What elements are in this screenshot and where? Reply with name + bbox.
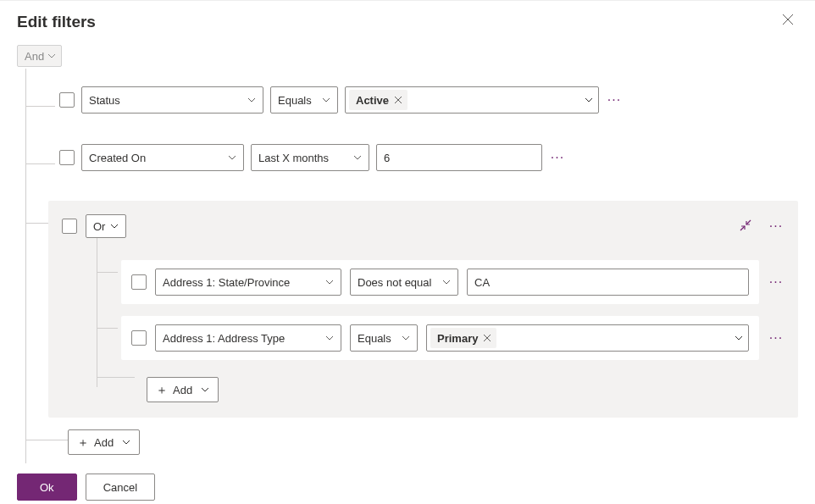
remove-tag-icon[interactable] — [483, 334, 491, 342]
group-condition-label: Or — [93, 220, 105, 233]
operator-dropdown[interactable]: Does not equal — [350, 269, 458, 296]
row-checkbox[interactable] — [131, 274, 147, 290]
page-title: Edit filters — [17, 13, 798, 31]
field-dropdown-status[interactable]: Status — [81, 86, 263, 114]
tree-line — [25, 223, 48, 224]
chevron-down-icon — [322, 96, 330, 104]
row-checkbox[interactable] — [131, 330, 147, 346]
ok-label: Ok — [40, 481, 54, 494]
tree-line — [97, 377, 135, 378]
svg-line-4 — [740, 226, 745, 230]
chevron-down-icon — [402, 334, 410, 342]
row-more-icon[interactable]: ··· — [549, 151, 566, 164]
row-more-icon[interactable]: ··· — [606, 93, 623, 107]
chevron-down-icon — [122, 438, 130, 446]
tree-line — [97, 272, 118, 273]
add-button-group[interactable]: ＋ Add — [147, 377, 219, 402]
chevron-down-icon — [201, 385, 209, 394]
chevron-down-icon — [325, 278, 334, 286]
row-more-icon[interactable]: ··· — [768, 331, 785, 345]
value-tagbox[interactable]: Active — [345, 86, 599, 114]
tree-line — [25, 440, 68, 440]
plus-icon: ＋ — [156, 384, 168, 396]
chevron-down-icon — [325, 334, 334, 342]
group-row: Address 1: State/Province Does not equal — [121, 260, 759, 304]
operator-label: Equals — [358, 332, 391, 345]
cancel-label: Cancel — [103, 481, 137, 494]
operator-label: Equals — [278, 94, 312, 107]
chevron-down-icon — [735, 334, 743, 342]
field-dropdown-address-type[interactable]: Address 1: Address Type — [155, 324, 341, 352]
field-label: Created On — [89, 152, 146, 164]
value-input[interactable]: CA — [467, 269, 749, 296]
group-checkbox[interactable] — [62, 219, 77, 234]
value-tag[interactable]: Active — [349, 90, 408, 110]
cancel-button[interactable]: Cancel — [86, 474, 155, 501]
chevron-down-icon — [442, 278, 451, 286]
operator-label: Does not equal — [358, 276, 431, 289]
operator-dropdown[interactable]: Equals — [350, 324, 418, 352]
field-label: Address 1: State/Province — [163, 276, 290, 289]
ok-button[interactable]: Ok — [17, 474, 77, 501]
group-condition-pill[interactable]: Or — [86, 214, 126, 238]
value-text: CA — [474, 276, 490, 289]
tree-line — [97, 328, 118, 329]
root-condition-label: And — [25, 50, 44, 63]
remove-tag-icon[interactable] — [394, 96, 402, 104]
svg-line-5 — [746, 220, 751, 224]
collapse-icon[interactable] — [739, 219, 752, 235]
root-condition-pill[interactable]: And — [17, 45, 62, 67]
operator-dropdown[interactable]: Last X months — [251, 144, 369, 171]
plus-icon: ＋ — [77, 436, 89, 448]
chevron-down-icon — [228, 153, 236, 162]
value-tag-label: Primary — [437, 332, 478, 345]
field-label: Status — [89, 94, 120, 107]
field-dropdown-created-on[interactable]: Created On — [81, 144, 244, 171]
or-group: Or ··· — [48, 201, 798, 418]
value-tag-label: Active — [356, 94, 389, 107]
value-text: 6 — [384, 152, 390, 164]
group-row: Address 1: Address Type Equals — [121, 316, 759, 360]
add-label: Add — [94, 436, 114, 449]
group-more-icon[interactable]: ··· — [768, 219, 785, 233]
add-button-root[interactable]: ＋ Add — [68, 429, 140, 455]
row-checkbox[interactable] — [59, 92, 75, 108]
tree-line — [97, 238, 97, 387]
value-tagbox[interactable]: Primary — [426, 324, 749, 352]
chevron-down-icon — [47, 52, 56, 60]
field-dropdown-address-state[interactable]: Address 1: State/Province — [155, 269, 341, 296]
tree-line — [25, 69, 26, 463]
operator-label: Last X months — [258, 152, 329, 164]
row-checkbox[interactable] — [59, 150, 75, 165]
row-more-icon[interactable]: ··· — [768, 275, 785, 289]
chevron-down-icon — [247, 96, 256, 104]
chevron-down-icon — [110, 222, 119, 230]
field-label: Address 1: Address Type — [163, 332, 285, 345]
chevron-down-icon — [585, 96, 593, 104]
value-input[interactable]: 6 — [376, 144, 542, 171]
chevron-down-icon — [353, 153, 362, 162]
tree-line — [25, 106, 55, 107]
add-label: Add — [173, 384, 192, 396]
value-tag[interactable]: Primary — [430, 328, 496, 348]
tree-line — [25, 163, 55, 164]
operator-dropdown[interactable]: Equals — [270, 86, 338, 114]
close-icon[interactable] — [781, 13, 798, 30]
